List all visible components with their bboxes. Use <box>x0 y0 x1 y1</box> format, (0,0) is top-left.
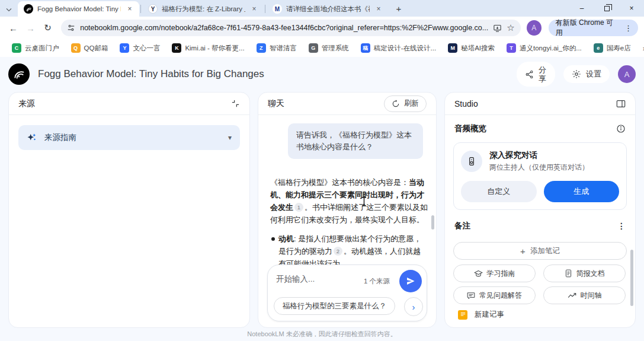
new-tab-button[interactable]: + <box>392 1 406 15</box>
chat-messages[interactable]: 请告诉我，《福格行为模型》这本书地核心内容是什么？ 《福格行为模型》这本书的核心… <box>258 116 436 264</box>
back-button[interactable]: ← <box>6 20 21 36</box>
bookmark-item[interactable]: KKimi.ai - 帮你看更... <box>167 42 249 55</box>
answer-lead: 《福格行为模型》这本书的核心内容是： <box>270 178 409 187</box>
bookmark-favicon-icon: Q <box>71 43 81 53</box>
zlibrary-favicon-icon: Y <box>148 4 158 14</box>
notes-menu-icon[interactable]: ⋮ <box>617 221 626 231</box>
url-text[interactable]: notebooklm.google.com/notebook/a2fa68ce-… <box>80 24 488 32</box>
tab-search-icon[interactable] <box>0 2 18 17</box>
study-guide-button[interactable]: 学习指南 <box>453 264 536 282</box>
citation-badge[interactable]: 2 <box>334 247 342 256</box>
new-note-item[interactable]: 新建记事 <box>458 310 627 320</box>
close-icon[interactable]: × <box>374 4 383 14</box>
add-note-button[interactable]: + 添加笔记 <box>453 242 627 260</box>
info-icon[interactable] <box>616 124 626 133</box>
window-controls: – × <box>569 0 644 17</box>
send-button[interactable] <box>399 270 422 292</box>
studio-scrollbar[interactable] <box>630 250 633 306</box>
split-panel-icon[interactable] <box>616 100 626 108</box>
close-icon[interactable]: × <box>125 4 134 14</box>
reload-button[interactable]: ↻ <box>40 20 55 36</box>
bookmark-item[interactable]: M秘塔AI搜索 <box>443 42 499 55</box>
chat-input-card: 1 个来源 福格行为模型的三要素是什么？ › <box>267 264 427 321</box>
tab-title: Fogg Behavior Model: Tiny H <box>37 5 121 12</box>
bookmark-item[interactable]: T通义tongyi.ai_你的... <box>502 42 587 55</box>
close-window-button[interactable]: × <box>619 0 644 17</box>
bookmark-item[interactable]: e国寿e店 <box>589 42 636 55</box>
collapse-panel-icon[interactable] <box>231 99 240 108</box>
faq-label: 常见问题解答 <box>479 291 522 301</box>
tab-metaso[interactable]: M 请详细全面地介绍这本书《福格 × <box>267 1 388 17</box>
bookmark-item[interactable]: Z智谱清言 <box>252 42 302 55</box>
bookmark-item[interactable]: QQQ邮箱 <box>66 42 113 55</box>
refresh-icon <box>392 100 400 108</box>
audio-overview-title: 音频概览 <box>454 123 486 134</box>
tab-zlibrary[interactable]: Y 福格行为模型: 在 Z-Library 上 × <box>142 1 264 17</box>
restore-button[interactable] <box>594 0 619 17</box>
share-button[interactable]: 分享 <box>517 62 555 87</box>
bookmark-favicon-icon: K <box>172 43 181 53</box>
share-icon <box>525 70 534 79</box>
tab-title: 请详细全面地介绍这本书《福格 <box>286 5 370 14</box>
tab-separator <box>140 5 141 13</box>
browser-window: Fogg Behavior Model: Tiny H × Y 福格行为模型: … <box>0 0 644 341</box>
bookmark-label: 云桌面门户 <box>25 44 59 53</box>
audio-overview-header: 音频概览 <box>445 115 635 139</box>
bullet-icon <box>271 237 275 241</box>
bookmark-label: 通义tongyi.ai_你的... <box>520 44 582 53</box>
notebooklm-app: Fogg Behavior Model: Tiny Habits for Big… <box>0 57 644 341</box>
refresh-chat-button[interactable]: 刷新 <box>384 95 427 112</box>
site-info-icon[interactable] <box>67 24 75 32</box>
bookmark-label: QQ邮箱 <box>84 44 108 53</box>
briefing-doc-button[interactable]: 简报文档 <box>543 264 626 282</box>
suggested-question-chip[interactable]: 福格行为模型的三要素是什么？ <box>274 297 395 315</box>
bookmark-favicon-icon: M <box>448 43 457 53</box>
bookmark-favicon-icon: G <box>309 43 318 53</box>
bookmark-star-icon[interactable]: ☆ <box>507 23 514 33</box>
bookmark-label: 秘塔AI搜索 <box>461 44 495 53</box>
metaso-favicon-icon: M <box>273 4 282 14</box>
audio-card-title: 深入探究对话 <box>489 150 589 161</box>
studio-title: Studio <box>454 99 478 109</box>
user-message: 请告诉我，《福格行为模型》这本书地核心内容是什么？ <box>288 123 423 159</box>
citation-badge[interactable]: 1 <box>294 203 303 212</box>
browser-menu-icon[interactable]: ⋮ <box>622 24 635 33</box>
faq-button[interactable]: 常见问题解答 <box>453 286 536 304</box>
audio-card-subtitle: 两位主持人（仅使用英语对话） <box>489 162 589 173</box>
source-guide-item[interactable]: 来源指南 ▾ <box>18 125 240 150</box>
bookmark-item[interactable]: 稿稿定设计-在线设计... <box>356 42 441 55</box>
bookmark-favicon-icon: C <box>12 43 21 53</box>
bookmarks-overflow-icon[interactable]: » <box>638 44 644 53</box>
app-header-actions: 分享 设置 A <box>517 62 636 87</box>
bookmark-item[interactable]: G管理系统 <box>304 42 354 55</box>
briefing-doc-label: 简报文档 <box>576 269 605 279</box>
bookmark-item[interactable]: Y文心一言 <box>115 42 165 55</box>
forward-button[interactable]: → <box>23 20 38 36</box>
bookmark-label: 文心一言 <box>133 44 160 53</box>
customize-button[interactable]: 自定义 <box>461 181 537 202</box>
notebook-title[interactable]: Fogg Behavior Model: Tiny Habits for Big… <box>38 68 264 80</box>
generate-button[interactable]: 生成 <box>544 181 620 202</box>
document-icon <box>565 269 572 278</box>
send-icon <box>406 276 415 286</box>
bullet-bold: 动机 <box>278 234 294 243</box>
close-icon[interactable]: × <box>249 4 259 14</box>
tab-notebooklm[interactable]: Fogg Behavior Model: Tiny H × <box>18 1 139 17</box>
chrome-update-chip[interactable]: 有新版 Chrome 可用 ⋮ <box>549 20 638 36</box>
install-app-icon[interactable] <box>493 24 502 33</box>
chrome-profile-avatar[interactable]: A <box>527 20 542 36</box>
chat-scrollbar[interactable] <box>431 215 434 230</box>
bookmark-item[interactable]: C云桌面门户 <box>7 42 64 55</box>
restore-icon <box>604 6 610 11</box>
notebooklm-logo-icon[interactable] <box>8 63 30 85</box>
next-suggestion-button[interactable]: › <box>404 297 423 316</box>
timeline-button[interactable]: 时间轴 <box>543 286 626 304</box>
minimize-button[interactable]: – <box>569 0 594 17</box>
chevron-down-icon[interactable]: ▾ <box>228 133 232 142</box>
address-bar[interactable]: notebooklm.google.com/notebook/a2fa68ce-… <box>61 20 520 36</box>
account-avatar[interactable]: A <box>618 65 636 83</box>
answer-rest: 。书中详细阐述了这三个要素以及如何利用它们来改变行为，最终实现个人目标。 <box>270 203 428 224</box>
app-header: Fogg Behavior Model: Tiny Habits for Big… <box>0 57 644 91</box>
chat-input[interactable] <box>276 275 347 283</box>
settings-button[interactable]: 设置 <box>563 65 610 83</box>
